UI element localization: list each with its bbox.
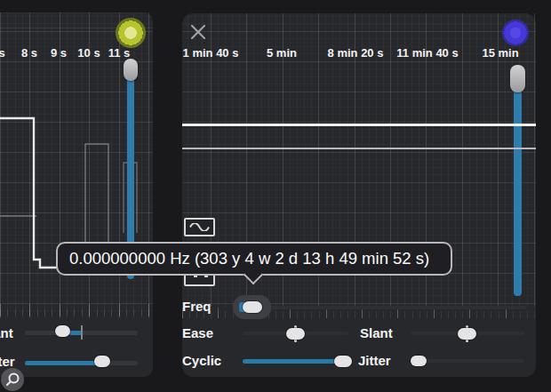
lfo-panel-right: 1 min 40 s 5 min 8 min 20 s 11 min 40 s … xyxy=(182,13,536,377)
left-jitter-slider-fill xyxy=(25,361,102,365)
slant-label: Slant xyxy=(360,325,393,340)
left-slant-label: Slant xyxy=(0,325,13,340)
left-slant-center-detent xyxy=(81,325,83,340)
freq-slider-handle[interactable] xyxy=(243,301,262,313)
jitter-slider-handle[interactable] xyxy=(411,356,427,366)
right-time-label: 1 min 40 s xyxy=(183,46,239,60)
cyclic-slider-fill xyxy=(243,359,343,364)
right-vertical-slider-track[interactable] xyxy=(514,68,522,296)
lfo-active-indicator-yellow[interactable] xyxy=(116,18,146,48)
left-slant-slider-handle[interactable] xyxy=(55,325,70,337)
sine-icon xyxy=(189,223,210,231)
right-time-label: 8 min 20 s xyxy=(328,46,384,60)
left-time-label: 8 s xyxy=(21,46,37,60)
left-jitter-label: Jitter xyxy=(0,354,15,369)
left-time-label: 9 s xyxy=(51,46,67,60)
jitter-slider-track[interactable] xyxy=(411,359,524,363)
lfo-panel-left: s 8 s 9 s 10 s 11 s Slant Jitter xyxy=(0,12,153,377)
left-jitter-slider-handle[interactable] xyxy=(94,356,110,367)
right-time-label: 5 min xyxy=(267,46,297,60)
left-slant-slider-fill xyxy=(69,331,82,335)
right-vertical-slider-handle[interactable] xyxy=(510,65,525,92)
right-time-label: 11 min 40 s xyxy=(396,46,458,60)
ease-slider-handle[interactable] xyxy=(286,328,305,340)
left-time-label: 11 s xyxy=(108,46,131,60)
slant-slider-handle[interactable] xyxy=(458,328,476,340)
lfo-trace-line-bright xyxy=(182,124,536,126)
right-time-label: 15 min xyxy=(482,46,518,60)
left-time-label: s xyxy=(0,46,5,60)
freq-slider-track[interactable] xyxy=(238,306,527,309)
magnifier-icon xyxy=(4,372,20,388)
lfo-trace-line-dim xyxy=(182,148,536,149)
sine-shape-button[interactable] xyxy=(184,218,215,236)
close-icon[interactable] xyxy=(189,23,207,41)
lfo-active-indicator-blue[interactable] xyxy=(502,20,529,46)
freq-label: Freq xyxy=(182,299,212,314)
zoom-overlay-badge[interactable] xyxy=(1,368,24,391)
cyclic-label: Cyclic xyxy=(182,353,221,368)
ease-label: Ease xyxy=(182,325,213,340)
plugin-window: s 8 s 9 s 10 s 11 s Slant Jitter xyxy=(0,0,551,392)
cyclic-slider-handle[interactable] xyxy=(334,356,352,367)
jitter-label: Jitter xyxy=(358,353,391,368)
left-time-label: 10 s xyxy=(77,46,100,60)
left-vertical-slider-handle[interactable] xyxy=(124,59,138,81)
